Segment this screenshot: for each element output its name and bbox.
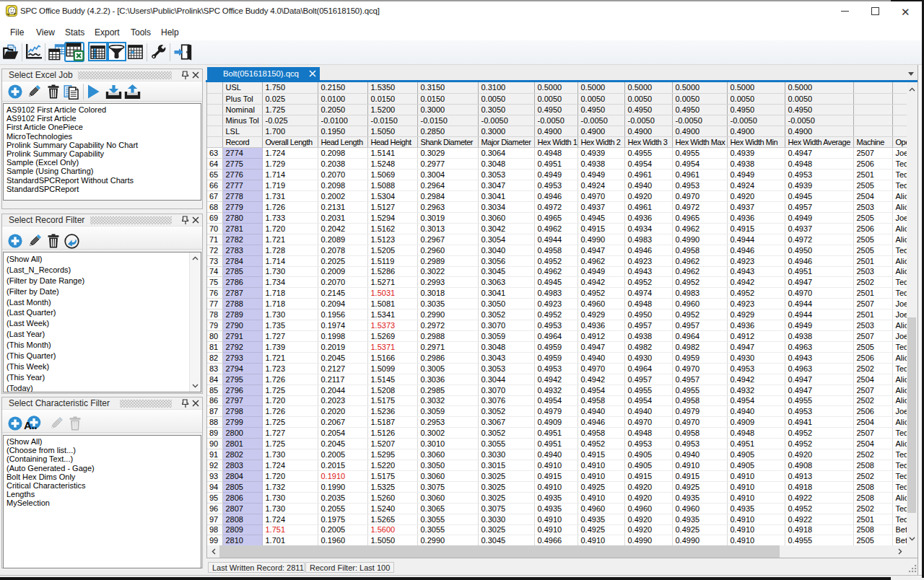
- svg-text:A: A: [24, 419, 32, 431]
